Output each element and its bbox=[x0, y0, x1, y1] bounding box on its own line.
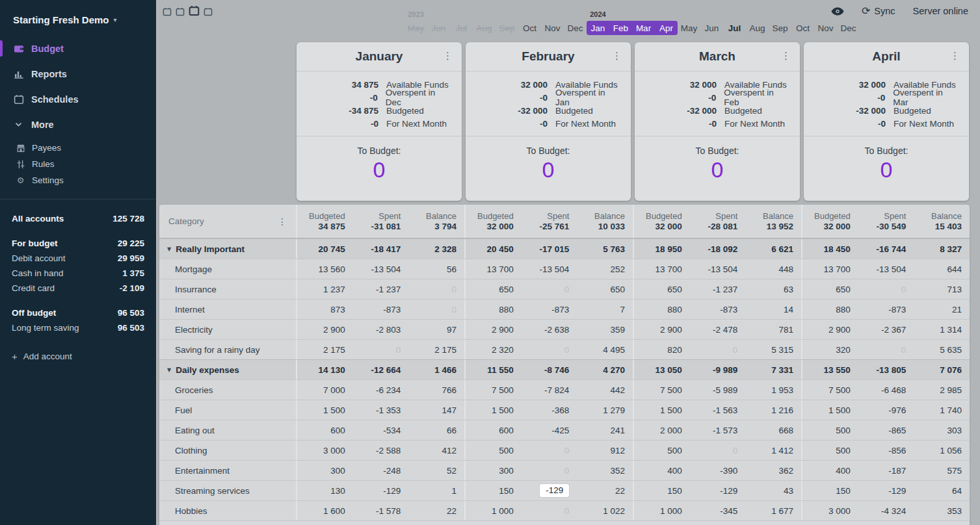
balance-cell[interactable]: 359 bbox=[577, 320, 633, 339]
budgeted-cell[interactable]: 2 000 bbox=[634, 420, 690, 440]
budgeted-cell[interactable]: 320 bbox=[802, 340, 858, 359]
balance-cell[interactable]: 1 677 bbox=[745, 501, 801, 520]
spent-cell[interactable]: -7 824 bbox=[522, 380, 577, 400]
balance-cell[interactable]: 1 953 bbox=[745, 380, 801, 400]
balance-cell[interactable]: 22 bbox=[408, 501, 464, 520]
balance-cell[interactable]: 303 bbox=[914, 420, 970, 440]
sidebar-item-payees[interactable]: Payees bbox=[0, 140, 156, 156]
spent-cell[interactable]: -6 468 bbox=[858, 380, 914, 400]
balance-cell[interactable]: 14 bbox=[745, 300, 801, 319]
spent-cell[interactable]: 0 bbox=[858, 279, 914, 299]
balance-cell[interactable]: 5 635 bbox=[914, 340, 970, 359]
budgeted-cell[interactable]: 150 bbox=[634, 481, 690, 500]
balance-cell[interactable]: 448 bbox=[745, 259, 801, 279]
month-nav-jun[interactable]: Jun bbox=[427, 10, 450, 35]
balance-cell[interactable]: 1 216 bbox=[745, 400, 801, 420]
budgeted-cell[interactable]: 150 bbox=[466, 481, 522, 500]
budgeted-cell[interactable]: 2 900 bbox=[297, 320, 353, 339]
category-name[interactable]: Fuel bbox=[159, 400, 296, 420]
spent-cell[interactable]: -2 478 bbox=[690, 320, 746, 339]
category-name[interactable]: Internet bbox=[159, 300, 296, 319]
balance-cell[interactable]: 22 bbox=[577, 481, 633, 500]
to-budget-amount[interactable]: 0 bbox=[542, 156, 555, 184]
budgeted-cell[interactable]: 820 bbox=[634, 340, 690, 359]
budgeted-cell[interactable]: 7 500 bbox=[634, 380, 690, 400]
balance-cell[interactable]: 781 bbox=[745, 320, 801, 339]
balance-cell[interactable]: 4 495 bbox=[577, 340, 633, 359]
budgeted-cell[interactable]: 2 900 bbox=[466, 320, 522, 339]
balance-cell[interactable]: 147 bbox=[408, 400, 464, 420]
spent-cell[interactable]: -873 bbox=[858, 300, 914, 319]
balance-cell[interactable]: 0 bbox=[408, 279, 464, 299]
budgeted-cell[interactable]: 880 bbox=[634, 300, 690, 319]
spent-cell[interactable]: -976 bbox=[858, 400, 914, 420]
budgeted-cell[interactable]: 650 bbox=[802, 279, 858, 299]
spent-cell[interactable]: -2 638 bbox=[522, 320, 577, 339]
month-nav-dec[interactable]: Dec bbox=[564, 10, 587, 35]
budgeted-cell[interactable]: 13 700 bbox=[802, 259, 858, 279]
balance-cell[interactable]: 97 bbox=[408, 320, 464, 339]
to-budget-amount[interactable]: 0 bbox=[711, 156, 724, 184]
budgeted-cell[interactable]: 500 bbox=[466, 441, 522, 460]
account-cash[interactable]: Cash in hand 1 375 bbox=[0, 266, 156, 281]
collapse-triangle-icon[interactable]: ▼ bbox=[167, 246, 171, 252]
budgeted-cell[interactable]: 400 bbox=[802, 461, 858, 480]
balance-cell[interactable]: 2 985 bbox=[914, 380, 970, 400]
budgeted-cell[interactable]: 1 237 bbox=[297, 279, 353, 299]
spent-cell[interactable]: -4 324 bbox=[858, 501, 914, 520]
balance-cell[interactable]: 1 314 bbox=[914, 320, 970, 339]
spent-cell[interactable]: -1 563 bbox=[690, 400, 746, 420]
budgeted-cell[interactable]: 2 175 bbox=[297, 340, 353, 359]
account-group-for-budget[interactable]: For budget 29 225 bbox=[0, 236, 156, 251]
balance-cell[interactable]: 52 bbox=[408, 461, 464, 480]
month-nav-sep[interactable]: Sep bbox=[769, 10, 791, 35]
sidebar-item-settings[interactable]: ⚙ Settings bbox=[0, 172, 156, 188]
balance-cell[interactable]: 2 175 bbox=[408, 340, 464, 359]
budgeted-cell[interactable]: 13 700 bbox=[466, 259, 522, 279]
category-name[interactable]: ▼Daily expenses bbox=[159, 360, 296, 379]
budgeted-cell[interactable]: 1 500 bbox=[297, 400, 353, 420]
budgeted-cell[interactable]: 3 000 bbox=[802, 501, 858, 520]
budgeted-cell[interactable]: 1 000 bbox=[634, 501, 690, 520]
budgeted-cell[interactable]: 2 320 bbox=[466, 340, 522, 359]
sidebar-item-budget[interactable]: Budget bbox=[0, 38, 156, 58]
spent-cell[interactable]: 0 bbox=[522, 461, 577, 480]
spent-cell[interactable]: -390 bbox=[690, 461, 746, 480]
balance-cell[interactable]: 252 bbox=[577, 259, 633, 279]
month-nav-dec[interactable]: Dec bbox=[837, 10, 860, 35]
collapse-triangle-icon[interactable]: ▼ bbox=[167, 367, 171, 373]
month-nav-jul[interactable]: Jul bbox=[723, 10, 746, 35]
balance-cell[interactable]: 5 315 bbox=[745, 340, 801, 359]
sidebar-more-toggle[interactable]: More bbox=[0, 114, 156, 134]
balance-cell[interactable]: 43 bbox=[745, 481, 801, 500]
spent-cell[interactable]: 0 bbox=[353, 340, 409, 359]
month-nav-nov[interactable]: Nov bbox=[814, 10, 837, 35]
budgeted-cell[interactable]: 7 000 bbox=[297, 380, 353, 400]
month-nav-mar[interactable]: Mar bbox=[632, 10, 655, 35]
spent-cell[interactable]: -2 803 bbox=[353, 320, 409, 339]
balance-cell[interactable]: 1 279 bbox=[577, 400, 633, 420]
budgeted-cell[interactable]: 600 bbox=[466, 420, 522, 440]
category-name[interactable]: Insurrance bbox=[159, 279, 296, 299]
budgeted-cell[interactable]: 500 bbox=[802, 441, 858, 460]
to-budget-amount[interactable]: 0 bbox=[373, 156, 386, 184]
balance-cell[interactable]: 63 bbox=[745, 279, 801, 299]
balance-cell[interactable]: 1 022 bbox=[577, 501, 633, 520]
spent-cell[interactable]: -129 bbox=[353, 481, 409, 500]
sidebar-item-rules[interactable]: Rules bbox=[0, 156, 156, 172]
account-credit-card[interactable]: Credit card -2 109 bbox=[0, 281, 156, 296]
balance-cell[interactable]: 412 bbox=[408, 441, 464, 460]
budgeted-cell[interactable]: 500 bbox=[802, 420, 858, 440]
month-count-1-button[interactable] bbox=[163, 7, 172, 16]
budgeted-cell[interactable]: 3 000 bbox=[297, 441, 353, 460]
category-name[interactable]: Eating out bbox=[159, 420, 296, 440]
budgeted-cell[interactable]: 2 900 bbox=[634, 320, 690, 339]
month-menu-dots-icon[interactable]: ⋮ bbox=[781, 50, 791, 62]
balance-cell[interactable]: 7 bbox=[577, 300, 633, 319]
balance-cell[interactable]: 1 740 bbox=[914, 400, 970, 420]
spent-cell[interactable]: -345 bbox=[690, 501, 746, 520]
spent-cell[interactable]: -13 504 bbox=[690, 259, 746, 279]
balance-cell[interactable]: 64 bbox=[914, 481, 970, 500]
month-menu-dots-icon[interactable]: ⋮ bbox=[612, 50, 622, 62]
category-name[interactable]: Saving for a rainy day bbox=[159, 340, 296, 359]
